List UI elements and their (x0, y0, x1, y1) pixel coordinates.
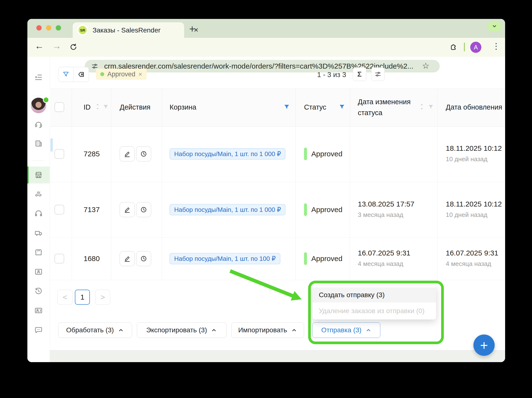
updated-ago: 10 дней назад (446, 155, 487, 163)
order-history-button[interactable] (136, 146, 151, 161)
row-checkbox[interactable] (55, 254, 64, 263)
sidebar-item-history[interactable] (34, 287, 43, 296)
sidebar-item-company[interactable] (34, 139, 43, 148)
sum-button[interactable]: Σ (353, 67, 366, 81)
prev-page-button[interactable]: < (57, 290, 72, 305)
filter-funnel-icon[interactable] (102, 104, 109, 111)
headphones-icon (34, 208, 43, 218)
status-changed-ago: 4 месяца назад (358, 260, 403, 268)
id-card-icon (34, 267, 43, 276)
clear-filters-button[interactable] (74, 67, 89, 82)
headset-icon (34, 120, 43, 129)
scroll-indicator[interactable] (50, 138, 53, 152)
import-button-label: Импортировать (238, 326, 287, 334)
sidebar-item-headphones[interactable] (34, 208, 43, 218)
collapse-menu-icon (34, 73, 43, 82)
new-tab-button[interactable]: + (189, 23, 195, 35)
shipping-menu: Создать отправку (3) Удаление заказов из… (313, 286, 436, 319)
order-history-button[interactable] (136, 251, 151, 266)
cart-chip[interactable]: Набор посуды/Main, 1 шт. по 100 ₽ (170, 253, 280, 264)
updated-ago: 10 дней назад (446, 211, 487, 219)
favicon: SR (77, 24, 88, 36)
edit-order-button[interactable] (120, 251, 135, 266)
import-button[interactable]: Импортировать (231, 322, 304, 338)
column-header-status-changed[interactable]: Дата изменения статуса (358, 96, 418, 118)
row-checkbox[interactable] (55, 149, 64, 159)
filter-button[interactable] (58, 67, 74, 82)
menu-item-create-shipment[interactable]: Создать отправку (3) (313, 287, 436, 302)
back-icon[interactable]: ← (35, 41, 44, 51)
store-24-icon (34, 248, 43, 257)
column-header-updated[interactable]: Дата обновления (446, 103, 502, 111)
column-header-cart[interactable]: Корзина (170, 103, 196, 111)
sidebar-item-collapse[interactable] (34, 73, 43, 83)
updated-date: 16.07.2025 9:31 (446, 249, 498, 257)
chevron-down-icon (492, 23, 497, 29)
window-close-button[interactable] (36, 25, 42, 31)
export-button[interactable]: Экспортировать (3) (137, 322, 227, 338)
profile-avatar[interactable]: A (470, 42, 481, 53)
status-label: Approved (311, 206, 342, 214)
divider (464, 43, 465, 51)
column-header-actions[interactable]: Действия (120, 103, 150, 111)
annotation-arrow (226, 269, 308, 305)
column-settings-button[interactable] (371, 67, 385, 81)
sidebar-item-store24[interactable] (34, 248, 43, 257)
contact-phone-icon (34, 306, 43, 315)
chip-label: Approved (107, 71, 135, 78)
pencil-icon (123, 206, 131, 214)
sidebar-item-delivery[interactable] (34, 229, 43, 238)
shipping-button[interactable]: Отправка (3) (313, 322, 380, 338)
browser-menu-icon[interactable]: ⋮ (492, 41, 500, 51)
sidebar-item-contact-calls[interactable] (34, 306, 43, 315)
ringing-phone-icon (34, 189, 43, 199)
export-button-label: Экспортировать (3) (146, 326, 207, 334)
browser-tab[interactable]: SR Заказы - SalesRender × (73, 22, 184, 38)
status-bar (304, 252, 307, 265)
clock-icon (140, 255, 148, 263)
reload-icon[interactable] (69, 43, 78, 52)
extensions-icon[interactable] (448, 43, 457, 52)
process-button-label: Обработать (3) (66, 326, 114, 334)
order-history-button[interactable] (136, 202, 151, 217)
cart-chip[interactable]: Набор посуды/Main, 1 шт. по 1 000 ₽ (170, 148, 285, 159)
sort-icon[interactable] (418, 103, 426, 111)
window-zoom-button[interactable] (56, 25, 61, 31)
filter-funnel-icon[interactable] (428, 104, 434, 111)
select-all-checkbox[interactable] (55, 102, 64, 112)
next-page-button[interactable]: > (95, 290, 110, 305)
chip-close-icon[interactable]: × (139, 71, 142, 78)
sidebar-item-contacts[interactable] (34, 267, 43, 276)
add-order-fab[interactable]: + (473, 334, 495, 356)
pencil-icon (123, 255, 131, 263)
filter-funnel-icon[interactable] (283, 103, 290, 111)
status-bar (304, 203, 307, 216)
bookmark-star-icon[interactable]: ☆ (422, 61, 429, 71)
sidebar-item-orders-active[interactable] (27, 167, 50, 183)
order-id: 7285 (84, 150, 100, 158)
column-header-status[interactable]: Статус (304, 103, 326, 111)
cart-chip[interactable]: Набор посуды/Main, 1 шт. по 1 000 ₽ (170, 204, 285, 215)
process-button[interactable]: Обработать (3) (58, 322, 132, 338)
column-header-id[interactable]: ID (84, 103, 91, 111)
status-bar (304, 148, 307, 160)
tab-search-button[interactable] (487, 21, 502, 32)
sidebar-item-calls[interactable] (34, 189, 43, 199)
row-checkbox[interactable] (55, 205, 64, 215)
edit-order-button[interactable] (120, 146, 135, 161)
sidebar-item-chat[interactable] (34, 325, 43, 334)
sidebar-item-support[interactable] (34, 120, 43, 129)
company-building-icon (34, 139, 43, 148)
edit-order-button[interactable] (120, 202, 135, 217)
status-filter-chip[interactable]: Approved × (96, 69, 147, 80)
sidebar (27, 57, 50, 362)
sliders-icon (374, 71, 382, 78)
forward-icon[interactable]: → (52, 41, 61, 51)
filter-funnel-icon[interactable] (338, 103, 345, 111)
updated-date: 18.11.2025 10:12 (446, 200, 502, 208)
chevron-up-icon (365, 327, 372, 333)
current-page-button[interactable]: 1 (75, 290, 90, 305)
status-dot (100, 72, 104, 76)
window-minimize-button[interactable] (46, 25, 51, 31)
sort-icon[interactable] (94, 103, 102, 111)
